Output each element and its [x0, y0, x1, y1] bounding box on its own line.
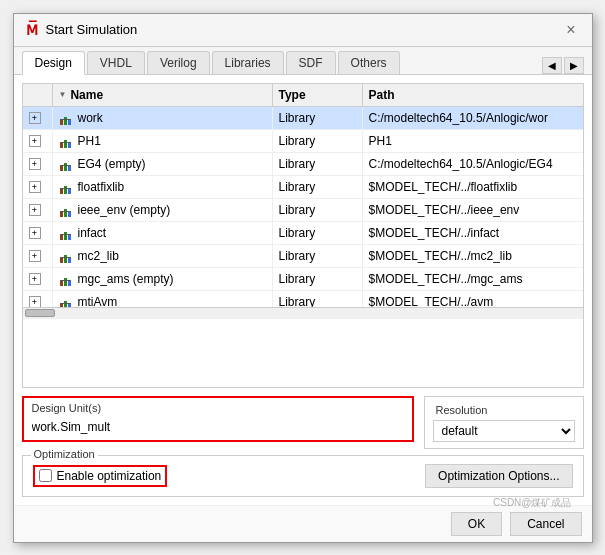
expand-button[interactable]: +	[29, 158, 41, 170]
svg-rect-15	[60, 188, 71, 189]
resolution-label: Resolution	[433, 404, 491, 416]
svg-rect-31	[60, 280, 71, 281]
resolution-group: Resolution default 1ps 10ps 100ps 1ns 10…	[424, 396, 584, 449]
svg-rect-17	[64, 209, 67, 217]
expand-button[interactable]: +	[29, 204, 41, 216]
fields-row: Design Unit(s) Resolution default 1ps 10…	[22, 396, 584, 449]
enable-optimization-label[interactable]: Enable optimization	[57, 469, 162, 483]
optimization-options-button[interactable]: Optimization Options...	[425, 464, 572, 488]
design-units-input[interactable]	[32, 418, 404, 436]
table-row[interactable]: + workLibraryC:/modeltech64_10.5/Anlogic…	[23, 107, 583, 130]
tab-verilog[interactable]: Verilog	[147, 51, 210, 74]
dialog-footer: OK Cancel	[14, 505, 592, 542]
svg-rect-9	[64, 163, 67, 171]
cell-name: EG4 (empty)	[53, 153, 273, 175]
enable-optimization-highlight: Enable optimization	[33, 465, 168, 487]
cell-type: Library	[273, 245, 363, 267]
dialog-title: Start Simulation	[46, 22, 138, 37]
expand-button[interactable]: +	[29, 135, 41, 147]
col-name[interactable]: ▼ Name	[53, 84, 273, 106]
col-path: Path	[363, 84, 583, 106]
expand-button[interactable]: +	[29, 250, 41, 262]
app-icon: M̅	[24, 22, 40, 38]
svg-rect-29	[64, 278, 67, 286]
enable-optimization-checkbox[interactable]	[39, 469, 52, 482]
sort-icon: ▼	[59, 90, 67, 99]
svg-rect-12	[60, 189, 63, 194]
cell-path: $MODEL_TECH/../infact	[363, 222, 583, 244]
cell-path: $MODEL_TECH/../mgc_ams	[363, 268, 583, 290]
library-icon	[59, 156, 75, 172]
table-row[interactable]: + floatfixlibLibrary$MODEL_TECH/../float…	[23, 176, 583, 199]
cell-name: PH1	[53, 130, 273, 152]
cell-path: C:/modeltech64_10.5/Anlogic/EG4	[363, 153, 583, 175]
table-row[interactable]: + EG4 (empty)LibraryC:/modeltech64_10.5/…	[23, 153, 583, 176]
svg-rect-3	[60, 119, 71, 120]
cell-path: $MODEL_TECH/../mc2_lib	[363, 245, 583, 267]
table-row[interactable]: + mgc_ams (empty)Library$MODEL_TECH/../m…	[23, 268, 583, 291]
svg-rect-23	[60, 234, 71, 235]
cell-type: Library	[273, 176, 363, 198]
table-row[interactable]: + ieee_env (empty)Library$MODEL_TECH/../…	[23, 199, 583, 222]
svg-rect-1	[64, 117, 67, 125]
table-row[interactable]: + mtiAvmLibrary$MODEL_TECH/../avm	[23, 291, 583, 307]
optimization-row: Enable optimization Optimization Options…	[33, 464, 573, 488]
table-row[interactable]: + mc2_libLibrary$MODEL_TECH/../mc2_lib	[23, 245, 583, 268]
svg-rect-5	[64, 140, 67, 148]
resolution-select[interactable]: default 1ps 10ps 100ps 1ns 10ns	[433, 420, 575, 442]
ok-button[interactable]: OK	[451, 512, 502, 536]
tab-others[interactable]: Others	[338, 51, 400, 74]
close-button[interactable]: ×	[560, 20, 581, 40]
cell-path: PH1	[363, 130, 583, 152]
bottom-section: Design Unit(s) Resolution default 1ps 10…	[22, 396, 584, 497]
cell-name: mgc_ams (empty)	[53, 268, 273, 290]
cell-path: C:/modeltech64_10.5/Anlogic/wor	[363, 107, 583, 129]
svg-rect-0	[60, 120, 63, 125]
cell-type: Library	[273, 291, 363, 307]
tab-scroll-left[interactable]: ◀	[542, 57, 562, 74]
cell-name: floatfixlib	[53, 176, 273, 198]
scrollbar-thumb[interactable]	[25, 309, 55, 317]
optimization-group: Optimization Enable optimization Optimiz…	[22, 455, 584, 497]
library-icon	[59, 294, 75, 307]
svg-rect-8	[60, 166, 63, 171]
library-table: ▼ Name Type Path + workLibraryC:/modelte…	[22, 83, 584, 388]
dialog: M̅ Start Simulation × Design VHDL Verilo…	[13, 13, 593, 543]
cell-type: Library	[273, 130, 363, 152]
svg-rect-13	[64, 186, 67, 194]
content-area: ▼ Name Type Path + workLibraryC:/modelte…	[14, 75, 592, 505]
expand-button[interactable]: +	[29, 296, 41, 307]
svg-rect-32	[60, 304, 63, 307]
cell-path: $MODEL_TECH/../floatfixlib	[363, 176, 583, 198]
cell-type: Library	[273, 199, 363, 221]
cell-type: Library	[273, 107, 363, 129]
cell-type: Library	[273, 153, 363, 175]
expand-button[interactable]: +	[29, 112, 41, 124]
horizontal-scrollbar[interactable]	[23, 307, 583, 319]
tab-libraries[interactable]: Libraries	[212, 51, 284, 74]
table-row[interactable]: + PH1LibraryPH1	[23, 130, 583, 153]
expand-button[interactable]: +	[29, 227, 41, 239]
svg-rect-21	[64, 232, 67, 240]
svg-rect-27	[60, 257, 71, 258]
cell-name: ieee_env (empty)	[53, 199, 273, 221]
tab-sdf[interactable]: SDF	[286, 51, 336, 74]
tab-scroll-arrows: ◀ ▶	[542, 57, 584, 74]
optimization-label: Optimization	[31, 448, 98, 460]
svg-rect-20	[60, 235, 63, 240]
cancel-button[interactable]: Cancel	[510, 512, 581, 536]
expand-button[interactable]: +	[29, 181, 41, 193]
tab-vhdl[interactable]: VHDL	[87, 51, 145, 74]
cell-name: mc2_lib	[53, 245, 273, 267]
svg-rect-24	[60, 258, 63, 263]
svg-rect-4	[60, 143, 63, 148]
table-row[interactable]: + infactLibrary$MODEL_TECH/../infact	[23, 222, 583, 245]
title-bar: M̅ Start Simulation ×	[14, 14, 592, 47]
svg-rect-28	[60, 281, 63, 286]
library-icon	[59, 179, 75, 195]
expand-button[interactable]: +	[29, 273, 41, 285]
tab-scroll-right[interactable]: ▶	[564, 57, 584, 74]
tab-design[interactable]: Design	[22, 51, 85, 75]
library-icon	[59, 202, 75, 218]
col-type: Type	[273, 84, 363, 106]
